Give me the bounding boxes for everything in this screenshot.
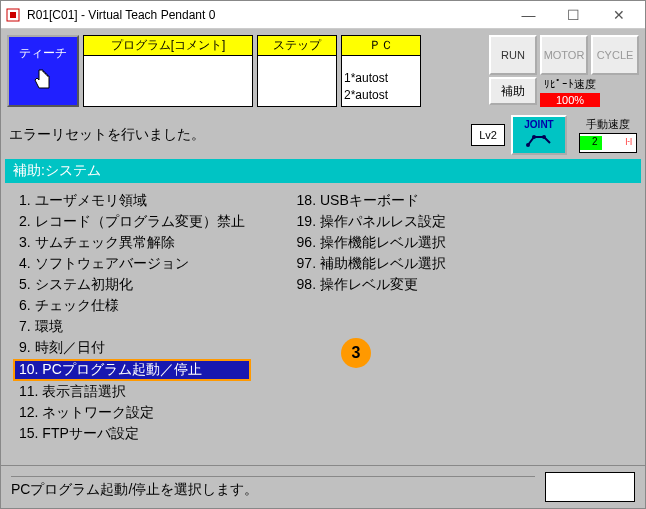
menu-item[interactable]: 1. ユーザメモリ領域: [13, 191, 251, 211]
joint-button[interactable]: JOINT: [511, 115, 567, 155]
section-header: 補助:システム: [5, 159, 641, 183]
menu-item[interactable]: 7. 環境: [13, 317, 251, 337]
menu-item[interactable]: 15. FTPサーバ設定: [13, 424, 251, 444]
motor-button[interactable]: MOTOR: [540, 35, 588, 75]
cycle-button[interactable]: CYCLE: [591, 35, 639, 75]
menu-item[interactable]: 6. チェック仕様: [13, 296, 251, 316]
menu-item[interactable]: 4. ソフトウェアバージョン: [13, 254, 251, 274]
teach-button[interactable]: ティーチ: [7, 35, 79, 107]
menu-item[interactable]: 97. 補助機能レベル選択: [291, 254, 452, 274]
menu-item[interactable]: 9. 時刻／日付: [13, 338, 251, 358]
status-input[interactable]: [545, 472, 635, 502]
message-row: エラーリセットを行いました。 Lv2 JOINT 手動速度 2 |-|: [1, 113, 645, 157]
toolbar: ティーチ プログラム[コメント] ステップ ＰＣ 1*autost 2*auto…: [1, 29, 645, 113]
status-text: PCプログラム起動/停止を選択します。: [11, 476, 535, 499]
repeat-speed-bar[interactable]: 100%: [540, 93, 600, 107]
menu-item[interactable]: 18. USBキーボード: [291, 191, 452, 211]
status-bar: PCプログラム起動/停止を選択します。: [1, 465, 645, 508]
menu-item[interactable]: 11. 表示言語選択: [13, 382, 251, 402]
hand-cursor-icon: [29, 66, 57, 97]
menu-item[interactable]: 96. 操作機能レベル選択: [291, 233, 452, 253]
svg-point-3: [526, 143, 530, 147]
minimize-button[interactable]: —: [506, 3, 551, 27]
pc-panel[interactable]: ＰＣ 1*autost 2*autost: [341, 35, 421, 107]
program-panel[interactable]: プログラム[コメント]: [83, 35, 253, 107]
svg-rect-2: [10, 12, 16, 18]
aux-button[interactable]: 補助: [489, 77, 537, 105]
pc-panel-body: 1*autost 2*autost: [342, 56, 420, 106]
robot-arm-icon: [524, 130, 554, 151]
toolbar-right: RUN MOTOR CYCLE 補助 ﾘﾋﾟｰﾄ速度 100%: [489, 35, 639, 107]
menu-item[interactable]: 10. PCプログラム起動／停止: [13, 359, 251, 381]
app-icon: [5, 7, 21, 23]
manual-speed: 手動速度 2 |-|: [579, 117, 637, 153]
level-indicator[interactable]: Lv2: [471, 124, 505, 146]
titlebar-title: R01[C01] - Virtual Teach Pendant 0: [27, 8, 506, 22]
menu-item[interactable]: 2. レコード（プログラム変更）禁止: [13, 212, 251, 232]
menu-item[interactable]: 5. システム初期化: [13, 275, 251, 295]
titlebar: R01[C01] - Virtual Teach Pendant 0 — ☐ ✕: [1, 1, 645, 29]
step-panel[interactable]: ステップ: [257, 35, 337, 107]
repeat-speed: ﾘﾋﾟｰﾄ速度 100%: [540, 77, 600, 107]
menu-column-right: 18. USBキーボード19. 操作パネルレス設定96. 操作機能レベル選択97…: [291, 191, 452, 457]
menu-item[interactable]: 98. 操作レベル変更: [291, 275, 452, 295]
menu-item[interactable]: 3. サムチェック異常解除: [13, 233, 251, 253]
menu-column-left: 1. ユーザメモリ領域2. レコード（プログラム変更）禁止3. サムチェック異常…: [13, 191, 251, 457]
svg-point-4: [532, 135, 536, 139]
message-text: エラーリセットを行いました。: [9, 126, 465, 144]
menu-item[interactable]: 19. 操作パネルレス設定: [291, 212, 452, 232]
close-button[interactable]: ✕: [596, 3, 641, 27]
annotation-badge-3: 3: [341, 338, 371, 368]
menu-item[interactable]: 12. ネットワーク設定: [13, 403, 251, 423]
svg-point-5: [542, 135, 546, 139]
maximize-button[interactable]: ☐: [551, 3, 596, 27]
manual-speed-gauge[interactable]: 2 |-|: [579, 133, 637, 153]
menu-area: 1. ユーザメモリ領域2. レコード（プログラム変更）禁止3. サムチェック異常…: [1, 183, 645, 465]
app-window: R01[C01] - Virtual Teach Pendant 0 — ☐ ✕…: [0, 0, 646, 509]
run-button[interactable]: RUN: [489, 35, 537, 75]
